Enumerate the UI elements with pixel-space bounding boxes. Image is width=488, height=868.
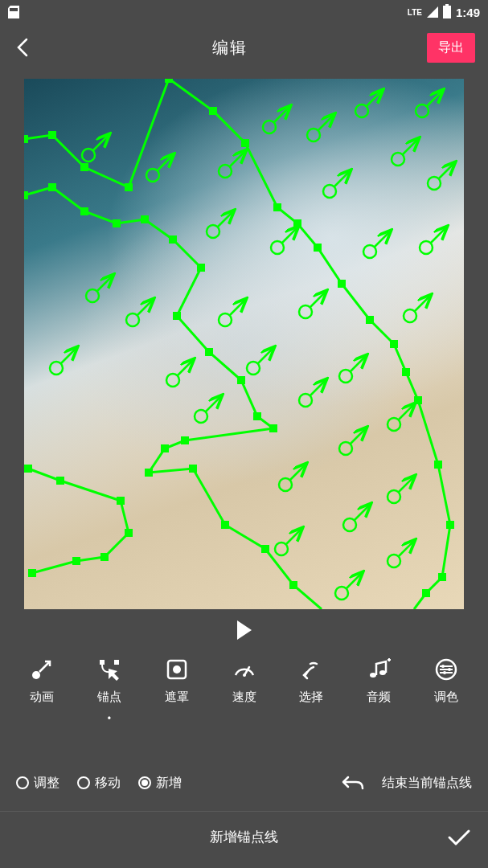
svg-line-84 [415,296,430,311]
svg-line-94 [206,396,221,411]
svg-rect-21 [261,545,269,553]
svg-rect-43 [72,557,80,565]
editor-canvas[interactable] [24,79,464,609]
svg-point-107 [388,555,400,567]
anchor-overlay [24,79,464,609]
svg-point-67 [271,241,284,254]
svg-line-56 [367,91,382,106]
svg-rect-1 [48,131,56,139]
svg-point-93 [195,410,207,423]
svg-point-75 [126,313,139,326]
radio-label: 新增 [156,775,182,792]
svg-rect-29 [338,280,346,288]
svg-rect-22 [289,581,297,589]
svg-line-62 [439,163,454,178]
svg-rect-14 [253,412,261,420]
confirm-button[interactable] [446,828,472,847]
signal-icon [427,6,438,18]
svg-point-53 [307,129,320,141]
svg-point-69 [363,245,376,258]
svg-point-51 [263,121,276,133]
tool-animation[interactable]: 动画 [10,651,74,729]
svg-point-91 [299,394,312,407]
svg-point-95 [388,418,400,431]
tool-label: 音频 [367,690,391,705]
audio-icon [365,656,392,683]
svg-rect-32 [402,368,410,376]
tool-mask[interactable]: 遮罩 [145,651,209,729]
svg-point-116 [173,665,181,674]
tool-select[interactable]: 选择 [279,651,343,729]
svg-point-118 [243,674,246,677]
svg-rect-19 [189,465,197,473]
export-button[interactable]: 导出 [427,33,475,63]
svg-line-48 [158,155,173,170]
radio-label: 移动 [95,775,121,792]
svg-point-99 [279,478,292,491]
svg-point-125 [441,665,445,668]
svg-line-90 [351,356,366,371]
svg-point-57 [416,104,429,117]
svg-point-55 [355,104,368,117]
svg-rect-39 [56,477,64,485]
svg-line-64 [334,171,350,186]
svg-point-97 [339,442,352,455]
svg-rect-38 [24,465,32,473]
bottom-bar: 新增锚点线 [0,811,488,862]
svg-rect-25 [241,139,249,147]
svg-rect-17 [161,444,169,452]
toolbar: 动画 锚点 遮罩 速度 选择 音频 调色 [0,651,488,729]
svg-line-68 [282,227,297,243]
svg-rect-13 [237,376,245,384]
svg-line-54 [318,115,334,130]
tool-speed[interactable]: 速度 [212,651,277,729]
svg-rect-113 [100,660,105,665]
radio-label: 调整 [34,775,59,792]
svg-rect-42 [100,553,109,561]
svg-line-86 [178,360,193,375]
svg-point-85 [166,374,179,387]
svg-rect-3 [125,183,133,191]
svg-rect-27 [293,219,301,227]
radio-adjust[interactable]: 调整 [16,775,59,792]
network-label: LTE [408,8,422,17]
svg-rect-28 [314,244,322,252]
svg-rect-20 [221,521,229,529]
svg-line-58 [427,91,442,106]
animation-icon [28,656,55,683]
svg-rect-6 [80,207,88,215]
tool-color[interactable]: 调色 [414,651,478,729]
svg-line-66 [218,211,233,227]
svg-line-96 [399,404,414,420]
svg-rect-9 [169,235,177,244]
svg-line-108 [399,541,414,556]
tool-anchor[interactable]: 锚点 [77,651,141,729]
play-button[interactable] [237,620,252,640]
svg-rect-23 [165,79,173,83]
svg-line-88 [258,348,273,363]
radio-add[interactable]: 新增 [138,775,182,792]
svg-point-89 [339,370,352,383]
svg-rect-11 [173,312,181,320]
svg-rect-12 [205,348,213,356]
status-bar: LTE 1:49 [0,0,488,24]
svg-rect-41 [125,529,133,537]
speed-icon [231,656,258,683]
svg-rect-37 [422,589,430,597]
back-button[interactable] [13,38,32,57]
svg-line-82 [310,292,326,307]
svg-point-45 [82,149,95,162]
radio-move[interactable]: 移动 [77,775,121,792]
tool-label: 调色 [434,690,458,705]
tool-audio[interactable]: 音频 [347,651,411,729]
page-title: 编辑 [32,37,427,59]
end-anchor-button[interactable]: 结束当前锚点线 [382,775,472,792]
svg-rect-44 [28,569,36,577]
svg-rect-2 [80,163,88,171]
svg-line-46 [93,135,109,150]
svg-point-71 [420,241,433,254]
svg-point-81 [299,305,312,318]
svg-point-61 [428,177,441,190]
undo-button[interactable] [342,774,364,792]
svg-point-129 [443,671,446,674]
